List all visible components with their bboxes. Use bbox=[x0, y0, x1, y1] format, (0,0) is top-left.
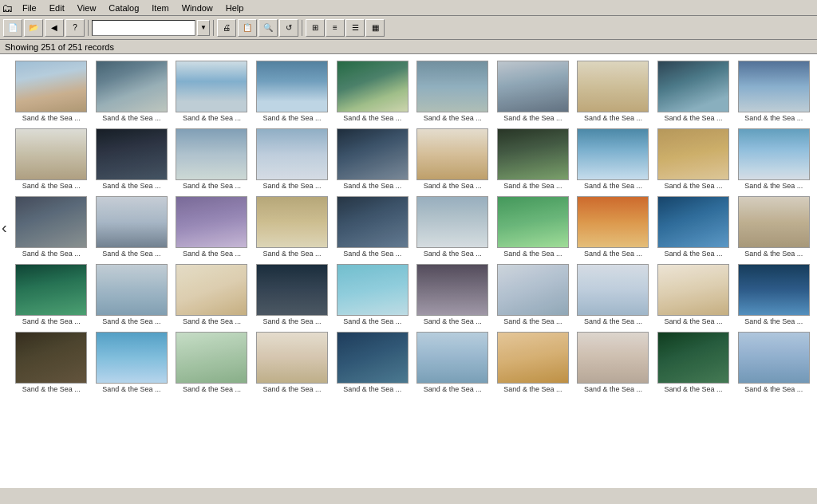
menu-view[interactable]: View bbox=[71, 2, 103, 14]
menu-bar: 🗂 File Edit View Catalog Item Window Hel… bbox=[0, 0, 817, 16]
list-item[interactable]: Sand & the Sea ... bbox=[252, 57, 333, 125]
thumb-label: Sand & the Sea ... bbox=[343, 250, 401, 258]
list-item[interactable]: Sand & the Sea ... bbox=[172, 329, 252, 396]
list-item[interactable]: Sand & the Sea ... bbox=[332, 329, 412, 396]
thumb-label: Sand & the Sea ... bbox=[665, 385, 723, 393]
list-item[interactable]: Sand & the Sea ... bbox=[92, 57, 172, 125]
thumb-label: Sand & the Sea ... bbox=[665, 250, 723, 258]
new-button[interactable]: 📄 bbox=[3, 19, 22, 37]
thumb-label: Sand & the Sea ... bbox=[22, 317, 81, 325]
thumb-label: Sand & the Sea ... bbox=[183, 250, 241, 258]
list-item[interactable]: Sand & the Sea ... bbox=[332, 57, 412, 125]
view-buttons: ⊞ ≡ ☰ ▦ bbox=[306, 19, 385, 37]
list-item[interactable]: Sand & the Sea ... bbox=[493, 125, 574, 193]
thumb-label: Sand & the Sea ... bbox=[183, 317, 241, 325]
thumb-label: Sand & the Sea ... bbox=[22, 385, 81, 393]
list-item[interactable]: Sand & the Sea ... bbox=[92, 261, 172, 329]
list-item[interactable]: Sand & the Sea ... bbox=[493, 261, 574, 329]
list-item[interactable]: Sand & the Sea ... bbox=[573, 261, 653, 329]
list-item[interactable]: Sand & the Sea ... bbox=[653, 57, 734, 125]
list-item[interactable]: Sand & the Sea ... bbox=[11, 261, 92, 329]
list-item[interactable]: Sand & the Sea ... bbox=[733, 329, 814, 396]
menu-window[interactable]: Window bbox=[176, 2, 219, 14]
list-item[interactable]: Sand & the Sea ... bbox=[11, 125, 92, 193]
list-item[interactable]: Sand & the Sea ... bbox=[252, 193, 333, 261]
list-item[interactable]: Sand & the Sea ... bbox=[172, 57, 252, 125]
help-button[interactable]: ? bbox=[65, 19, 85, 37]
list-item[interactable]: Sand & the Sea ... bbox=[653, 261, 734, 329]
open-button[interactable]: 📂 bbox=[24, 19, 43, 37]
list-item[interactable]: Sand & the Sea ... bbox=[412, 193, 493, 261]
list-item[interactable]: Sand & the Sea ... bbox=[172, 261, 252, 329]
thumb-label: Sand & the Sea ... bbox=[343, 385, 401, 393]
list-item[interactable]: Sand & the Sea ... bbox=[493, 57, 574, 125]
menu-file[interactable]: File bbox=[16, 2, 43, 14]
list-item[interactable]: Sand & the Sea ... bbox=[573, 329, 653, 396]
thumb-label: Sand & the Sea ... bbox=[343, 182, 401, 190]
list-item[interactable]: Sand & the Sea ... bbox=[733, 125, 814, 193]
thumb-label: Sand & the Sea ... bbox=[503, 182, 562, 190]
search-input[interactable] bbox=[92, 20, 195, 36]
list-item[interactable]: Sand & the Sea ... bbox=[493, 329, 574, 396]
thumb-label: Sand & the Sea ... bbox=[424, 250, 482, 258]
menu-edit[interactable]: Edit bbox=[43, 2, 71, 14]
list-item[interactable]: Sand & the Sea ... bbox=[172, 193, 252, 261]
list-item[interactable]: Sand & the Sea ... bbox=[332, 193, 412, 261]
menu-item[interactable]: Item bbox=[145, 2, 175, 14]
view-list-button[interactable]: ≡ bbox=[326, 19, 345, 37]
list-item[interactable]: Sand & the Sea ... bbox=[412, 261, 493, 329]
separator-2 bbox=[213, 20, 214, 36]
thumb-label: Sand & the Sea ... bbox=[584, 317, 642, 325]
thumb-label: Sand & the Sea ... bbox=[665, 317, 723, 325]
view-thumbnail-button[interactable]: ⊞ bbox=[306, 19, 325, 37]
nav-arrow-left[interactable]: ‹ bbox=[0, 215, 9, 239]
thumb-label: Sand & the Sea ... bbox=[424, 317, 482, 325]
thumb-label: Sand & the Sea ... bbox=[263, 250, 322, 258]
menu-catalog[interactable]: Catalog bbox=[102, 2, 145, 14]
main-content[interactable]: ‹ Sand & the Sea ...Sand & the Sea ...Sa… bbox=[0, 54, 817, 488]
list-item[interactable]: Sand & the Sea ... bbox=[412, 125, 493, 193]
list-item[interactable]: Sand & the Sea ... bbox=[573, 57, 653, 125]
list-item[interactable]: Sand & the Sea ... bbox=[733, 193, 814, 261]
print-button[interactable]: 🖨 bbox=[217, 19, 236, 37]
list-item[interactable]: Sand & the Sea ... bbox=[733, 57, 814, 125]
list-item[interactable]: Sand & the Sea ... bbox=[11, 329, 92, 396]
list-item[interactable]: Sand & the Sea ... bbox=[332, 125, 412, 193]
thumb-label: Sand & the Sea ... bbox=[584, 182, 642, 190]
separator-1 bbox=[88, 20, 89, 36]
thumb-label: Sand & the Sea ... bbox=[263, 317, 322, 325]
list-item[interactable]: Sand & the Sea ... bbox=[92, 329, 172, 396]
menu-help[interactable]: Help bbox=[219, 2, 251, 14]
rotate-button[interactable]: ↺ bbox=[279, 19, 298, 37]
list-item[interactable]: Sand & the Sea ... bbox=[733, 261, 814, 329]
list-item[interactable]: Sand & the Sea ... bbox=[412, 329, 493, 396]
record-count: Showing 251 of 251 records bbox=[5, 42, 114, 52]
list-item[interactable]: Sand & the Sea ... bbox=[573, 193, 653, 261]
list-item[interactable]: Sand & the Sea ... bbox=[172, 125, 252, 193]
list-item[interactable]: Sand & the Sea ... bbox=[493, 193, 574, 261]
thumb-label: Sand & the Sea ... bbox=[263, 182, 322, 190]
thumb-label: Sand & the Sea ... bbox=[503, 385, 562, 393]
list-item[interactable]: Sand & the Sea ... bbox=[412, 57, 493, 125]
find-button[interactable]: 🔍 bbox=[259, 19, 278, 37]
search-dropdown[interactable]: ▼ bbox=[197, 20, 210, 36]
list-item[interactable]: Sand & the Sea ... bbox=[11, 193, 92, 261]
list-item[interactable]: Sand & the Sea ... bbox=[653, 193, 734, 261]
list-item[interactable]: Sand & the Sea ... bbox=[11, 57, 92, 125]
list-item[interactable]: Sand & the Sea ... bbox=[252, 125, 333, 193]
copy-button[interactable]: 📋 bbox=[238, 19, 257, 37]
thumb-label: Sand & the Sea ... bbox=[343, 317, 401, 325]
list-item[interactable]: Sand & the Sea ... bbox=[653, 329, 734, 396]
list-item[interactable]: Sand & the Sea ... bbox=[92, 125, 172, 193]
list-item[interactable]: Sand & the Sea ... bbox=[252, 261, 333, 329]
back-button[interactable]: ◀ bbox=[45, 19, 64, 37]
view-slide-button[interactable]: ▦ bbox=[365, 19, 385, 37]
list-item[interactable]: Sand & the Sea ... bbox=[573, 125, 653, 193]
thumb-label: Sand & the Sea ... bbox=[102, 250, 160, 258]
list-item[interactable]: Sand & the Sea ... bbox=[332, 261, 412, 329]
list-item[interactable]: Sand & the Sea ... bbox=[653, 125, 734, 193]
view-detail-button[interactable]: ☰ bbox=[345, 19, 365, 37]
list-item[interactable]: Sand & the Sea ... bbox=[252, 329, 333, 396]
list-item[interactable]: Sand & the Sea ... bbox=[92, 193, 172, 261]
thumb-label: Sand & the Sea ... bbox=[102, 385, 160, 393]
